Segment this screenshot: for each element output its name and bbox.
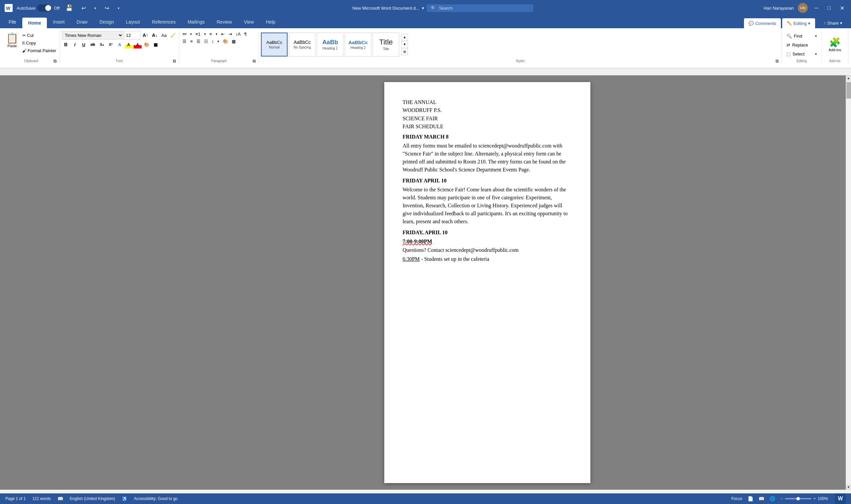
word-count: 121 words [32, 497, 51, 501]
redo-button[interactable]: ↪ [102, 4, 112, 13]
select-dropdown[interactable]: ▾ [815, 52, 817, 56]
border-para[interactable]: ▦ [230, 38, 237, 44]
doc-title-dropdown[interactable]: ▾ [422, 6, 424, 11]
autosave-toggle[interactable] [37, 4, 52, 12]
multilevel-button[interactable]: ≡ [208, 31, 213, 37]
addins-button[interactable]: 🧩 Add-ins [829, 37, 841, 52]
line-spacing-dropdown[interactable]: ▾ [216, 39, 220, 44]
shading-button[interactable]: 🎨 [143, 40, 150, 49]
scrollbar[interactable]: ▲ ▼ [846, 75, 851, 490]
tab-home[interactable]: Home [22, 18, 47, 28]
font-color-button[interactable]: A [134, 40, 142, 49]
scroll-thumb[interactable] [846, 82, 851, 99]
copy-button[interactable]: ⎘ Copy [21, 40, 57, 46]
subscript-button[interactable]: X₂ [98, 40, 106, 49]
style-normal[interactable]: AaBbCc Normal [261, 33, 287, 56]
comments-button[interactable]: 💬 Comments [744, 18, 781, 29]
font-expand[interactable]: ⧉ [173, 58, 178, 63]
minimize-button[interactable]: ─ [812, 4, 821, 12]
indent-decrease[interactable]: ⇤ [220, 31, 226, 37]
tab-view[interactable]: View [238, 17, 260, 28]
tab-help[interactable]: Help [260, 17, 282, 28]
strikethrough-button[interactable]: ab [89, 40, 97, 49]
align-center[interactable]: ≡ [189, 38, 194, 44]
tab-references[interactable]: References [146, 17, 182, 28]
tab-insert[interactable]: Insert [47, 17, 70, 28]
scroll-up-button[interactable]: ▲ [846, 75, 851, 81]
numbering-button[interactable]: ≡1 [194, 31, 202, 37]
read-mode-button[interactable]: 📖 [759, 496, 764, 501]
search-box[interactable]: 🔍 Search [427, 4, 533, 12]
avatar[interactable]: HN [798, 3, 808, 13]
find-dropdown[interactable]: ▾ [815, 34, 817, 38]
bold-button[interactable]: B [62, 40, 70, 49]
styles-expand[interactable]: ⧉ [776, 58, 780, 63]
indent-increase[interactable]: ⇥ [227, 31, 233, 37]
style-heading2[interactable]: AaBbCc Heading 2 [345, 33, 371, 56]
styles-more[interactable]: ⊞ [401, 49, 408, 55]
status-right: Focus 📄 📖 🌐 − + 100% W [731, 493, 846, 504]
scroll-down-button[interactable]: ▼ [846, 484, 851, 490]
maximize-button[interactable]: □ [825, 4, 833, 12]
zoom-out-icon[interactable]: − [781, 497, 783, 501]
font-size-increase[interactable]: A↑ [141, 32, 149, 38]
tab-design[interactable]: Design [93, 17, 120, 28]
style-heading1[interactable]: AaBb Heading 1 [317, 33, 343, 56]
shading-para[interactable]: 🎨 [221, 38, 229, 44]
select-button[interactable]: ⬚ Select ▾ [784, 50, 819, 58]
app-icon[interactable]: W [4, 3, 13, 13]
tab-mailings[interactable]: Mailings [181, 17, 210, 28]
find-button[interactable]: 🔍 Find ▾ [784, 32, 819, 40]
styles-scroll-down[interactable]: ▼ [401, 41, 408, 48]
show-formatting[interactable]: ¶ [243, 31, 248, 37]
font-size-input[interactable] [124, 31, 140, 39]
line-spacing[interactable]: ↕ [210, 38, 215, 44]
tab-review[interactable]: Review [211, 17, 238, 28]
undo-button[interactable]: ↩ [79, 4, 88, 13]
doc-time: 7:00-9:00PM [403, 238, 572, 245]
zoom-slider[interactable] [785, 498, 812, 499]
underline-button[interactable]: U [80, 40, 88, 49]
change-case-button[interactable]: Aa [160, 32, 168, 38]
zoom-in-icon[interactable]: + [813, 497, 816, 501]
border-button[interactable]: ▦ [152, 40, 160, 49]
close-button[interactable]: ✕ [837, 4, 847, 13]
font-size-decrease[interactable]: A↓ [150, 32, 159, 38]
editing-mode-button[interactable]: ✏️ Editing ▾ [782, 18, 815, 29]
align-right[interactable]: ☰ [195, 38, 202, 44]
focus-button[interactable]: Focus [731, 497, 742, 501]
text-highlight-button[interactable]: A [125, 40, 132, 49]
justify[interactable]: ☷ [203, 38, 209, 44]
save-button[interactable]: 💾 [63, 3, 75, 13]
undo-dropdown[interactable]: ▾ [92, 5, 99, 11]
style-title[interactable]: Title Title [373, 33, 399, 56]
web-layout-button[interactable]: 🌐 [769, 496, 775, 501]
bullets-dropdown[interactable]: ▾ [189, 32, 193, 37]
format-painter-button[interactable]: 🖌 Format Painter [21, 48, 57, 54]
clipboard-expand[interactable]: ⧉ [54, 58, 58, 63]
cut-button[interactable]: ✂ Cut [21, 32, 57, 38]
italic-button[interactable]: I [71, 40, 79, 49]
replace-button[interactable]: ⇄ Replace [784, 41, 819, 49]
print-layout-button[interactable]: 📄 [748, 496, 753, 501]
paragraph-expand[interactable]: ⧉ [253, 58, 257, 63]
tab-layout[interactable]: Layout [120, 17, 146, 28]
bullets-button[interactable]: ≡• [181, 31, 188, 37]
styles-scroll-up[interactable]: ▲ [401, 34, 408, 40]
style-no-spacing[interactable]: AaBbCc No Spacing [289, 33, 316, 56]
text-effects-button[interactable]: A [116, 40, 124, 49]
paste-button[interactable]: 📋 Paste [5, 31, 20, 49]
quick-access-dropdown[interactable]: ▾ [115, 5, 122, 11]
sort-button[interactable]: ↕A [234, 31, 242, 37]
align-left[interactable]: ☰ [181, 38, 188, 44]
tab-draw[interactable]: Draw [70, 17, 93, 28]
numbering-dropdown[interactable]: ▾ [203, 32, 207, 37]
tab-file[interactable]: File [3, 17, 22, 28]
share-button[interactable]: ↑ Share ▾ [818, 18, 848, 28]
doc-friday-april-2: FRIDAY, APRIL 10 [403, 229, 572, 236]
document-page[interactable]: THE ANNUAL WOODRUFF P.S. SCIENCE FAIR FA… [384, 82, 590, 483]
superscript-button[interactable]: X² [107, 40, 115, 49]
clear-format-button[interactable]: 🧹 [169, 32, 177, 38]
multilevel-dropdown[interactable]: ▾ [214, 32, 219, 37]
font-name-select[interactable]: Times New Roman [62, 31, 123, 39]
